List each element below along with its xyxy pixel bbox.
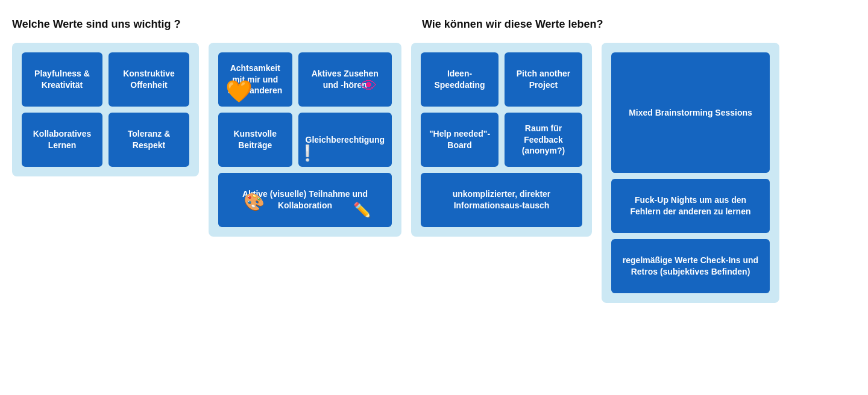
tile-mixed-brainstorming[interactable]: Mixed Brainstorming Sessions <box>611 52 770 173</box>
tile-toleranz[interactable]: Toleranz & Respekt <box>108 113 189 167</box>
tile-pitch-another[interactable]: Pitch another Project <box>505 52 582 107</box>
panel4-col: Mixed Brainstorming Sessions Fuck-Up Nig… <box>611 52 770 293</box>
panel3-grid: Ideen-Speeddating Pitch another Project … <box>421 52 582 227</box>
tile-kunstvolle[interactable]: Kunstvolle Beiträge <box>218 113 292 167</box>
header-right-title: Wie können wir diese Werte leben? <box>422 18 856 31</box>
columns-wrapper: Playfulness & Kreativität Konstruktive O… <box>12 43 856 303</box>
tile-konstruktive[interactable]: Konstruktive Offenheit <box>108 52 189 107</box>
panel2-grid: Achtsamkeit mit mir und allen anderen Ak… <box>218 52 392 227</box>
panel-formats: Mixed Brainstorming Sessions Fuck-Up Nig… <box>602 43 779 303</box>
tile-unkomplizierter[interactable]: unkomplizierter, direkter Informationsau… <box>421 173 582 227</box>
tile-aktives-zusehen[interactable]: Aktives Zusehen und -hören <box>298 52 392 107</box>
tile-help-needed[interactable]: "Help needed"-Board <box>421 113 498 167</box>
tile-fuckup-nights[interactable]: Fuck-Up Nights um aus den Fehlern der an… <box>611 179 770 233</box>
tile-achtsamkeit[interactable]: Achtsamkeit mit mir und allen anderen <box>218 52 292 107</box>
tile-raum-feedback[interactable]: Raum für Feedback (anonym?) <box>505 113 582 167</box>
tile-ideen-speeddating[interactable]: Ideen-Speeddating <box>421 52 498 107</box>
tile-kollaboratives[interactable]: Kollaboratives Lernen <box>22 113 102 167</box>
tile-gleichberechtigung[interactable]: Gleichberechtigung <box>298 113 392 167</box>
panel-practices: 🧡 👁 ❕ 🎨 ✏️ Achtsamkeit mit mir und allen… <box>209 43 401 237</box>
tile-playfulness[interactable]: Playfulness & Kreativität <box>22 52 102 107</box>
header-left-title: Welche Werte sind uns wichtig ? <box>12 18 422 31</box>
panel-values: Playfulness & Kreativität Konstruktive O… <box>12 43 199 176</box>
panel1-grid: Playfulness & Kreativität Konstruktive O… <box>22 52 189 167</box>
tile-aktive-teilnahme[interactable]: Aktive (visuelle) Teilnahme und Kollabor… <box>218 173 392 227</box>
tile-werte-checkins[interactable]: regelmäßige Werte Check-Ins und Retros (… <box>611 239 770 293</box>
panel-methods: Ideen-Speeddating Pitch another Project … <box>411 43 592 237</box>
